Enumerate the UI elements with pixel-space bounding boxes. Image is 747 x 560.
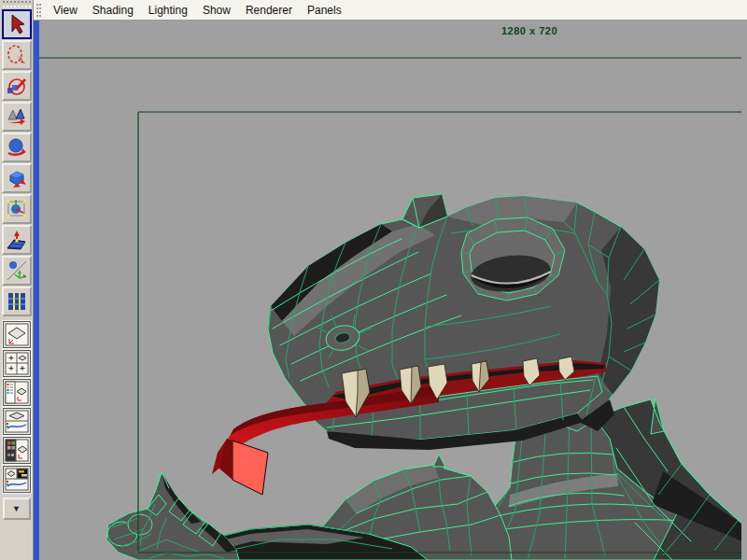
layout-persp-hypergraph-button[interactable] xyxy=(3,466,31,493)
menubar-tearoff-handle[interactable] xyxy=(36,4,41,17)
panel-menubar: View Shading Lighting Show Renderer Pane… xyxy=(34,0,747,21)
select-tool-button[interactable] xyxy=(2,9,32,39)
show-manipulator-tool-button[interactable] xyxy=(2,256,32,286)
persp-hypergraph-icon xyxy=(5,468,29,491)
layout-more-menu-button[interactable]: ▼ xyxy=(3,497,31,520)
single-pane-icon xyxy=(5,323,29,346)
grid-planes-icon xyxy=(6,290,28,313)
persp-graph-icon xyxy=(5,410,29,433)
show-manipulator-icon xyxy=(6,259,28,282)
select-arrow-icon xyxy=(6,13,28,35)
move-cones-icon xyxy=(6,105,28,128)
maya-window: ▼ View Shading Lighting Show Renderer Pa… xyxy=(0,0,747,560)
layout-persp-graph-button[interactable] xyxy=(3,408,31,435)
layout-single-pane-button[interactable] xyxy=(3,321,31,348)
menu-view[interactable]: View xyxy=(46,2,85,19)
universal-manipulator-icon xyxy=(6,198,28,220)
outliner-persp-icon xyxy=(5,381,29,404)
paint-select-tool-button[interactable] xyxy=(2,71,32,101)
scene-svg xyxy=(39,21,741,560)
quick-layout-buttons xyxy=(3,321,31,495)
menu-shading[interactable]: Shading xyxy=(85,2,141,19)
resolution-gate-label: 1280 x 720 xyxy=(501,25,557,36)
rotate-sphere-icon xyxy=(6,136,28,159)
hypershade-persp-icon xyxy=(5,439,29,462)
menu-panels[interactable]: Panels xyxy=(300,2,349,19)
lasso-icon xyxy=(6,44,28,66)
layout-hypershade-persp-button[interactable] xyxy=(3,437,31,464)
tool-box: ▼ xyxy=(0,0,34,560)
scale-tool-button[interactable] xyxy=(2,163,32,193)
lasso-select-tool-button[interactable] xyxy=(2,40,32,70)
move-tool-button[interactable] xyxy=(2,102,32,132)
scale-cube-icon xyxy=(6,167,28,189)
viewport-canvas[interactable]: 1280 x 720 xyxy=(34,21,747,560)
rotate-tool-button[interactable] xyxy=(2,133,32,162)
menu-lighting[interactable]: Lighting xyxy=(141,2,195,19)
universal-manipulator-tool-button[interactable] xyxy=(2,194,32,224)
layout-four-pane-button[interactable] xyxy=(3,350,31,377)
four-pane-icon xyxy=(5,352,29,375)
soft-mod-icon xyxy=(6,229,28,251)
viewport-panel: View Shading Lighting Show Renderer Pane… xyxy=(34,0,747,560)
layout-outliner-persp-button[interactable] xyxy=(3,379,31,406)
soft-modification-tool-button[interactable] xyxy=(2,225,32,255)
menu-show[interactable]: Show xyxy=(195,2,238,19)
menu-renderer[interactable]: Renderer xyxy=(238,2,300,19)
last-tool-button[interactable] xyxy=(2,287,32,316)
toolbox-drag-handle[interactable] xyxy=(3,1,31,7)
paint-brush-icon xyxy=(6,75,28,97)
